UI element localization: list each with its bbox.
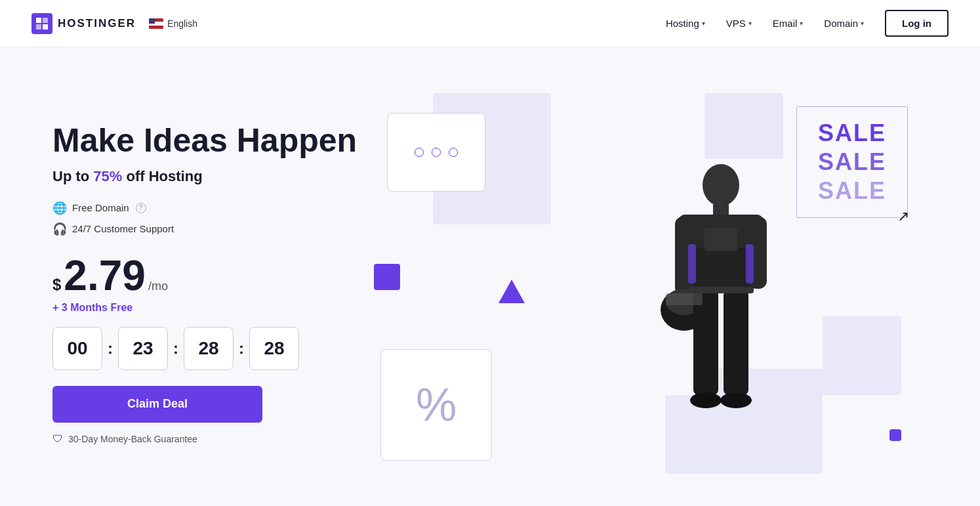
hero-illustration: % SALE SALE SALE ↗ xyxy=(367,93,928,474)
shield-icon: 🛡 xyxy=(52,433,63,445)
price-period: /mo xyxy=(148,280,168,293)
dot-3 xyxy=(449,148,458,157)
svg-rect-2 xyxy=(36,24,41,30)
bg-square-4 xyxy=(823,316,901,395)
nav-vps[interactable]: VPS ▾ xyxy=(726,18,752,29)
headset-icon: 🎧 xyxy=(52,222,67,236)
globe-icon: 🌐 xyxy=(52,201,67,215)
countdown-centiseconds: 28 xyxy=(249,327,299,370)
main-content: Make Ideas Happen Up to 75% off Hosting … xyxy=(0,47,980,506)
countdown-sep-1: : xyxy=(102,339,118,358)
cursor-icon: ↗ xyxy=(897,208,909,225)
chevron-down-icon: ▾ xyxy=(702,20,705,27)
svg-rect-17 xyxy=(746,244,754,284)
svg-rect-0 xyxy=(36,18,41,23)
card-percent: % xyxy=(380,349,492,461)
hero-person xyxy=(629,146,813,474)
nav-email-label: Email xyxy=(773,18,798,29)
dot-1 xyxy=(415,148,424,157)
countdown-hours: 00 xyxy=(52,327,102,370)
countdown-timer: 00 : 23 : 28 : 28 xyxy=(52,327,367,370)
chevron-down-icon: ▾ xyxy=(800,20,803,27)
countdown-minutes: 23 xyxy=(118,327,168,370)
svg-rect-16 xyxy=(688,244,696,284)
svg-rect-19 xyxy=(704,228,737,251)
dot-2 xyxy=(432,148,441,157)
guarantee-label: 🛡 30-Day Money-Back Guarantee xyxy=(52,433,367,445)
svg-rect-13 xyxy=(724,290,748,395)
logo-icon xyxy=(31,13,52,34)
claim-deal-button[interactable]: Claim Deal xyxy=(52,386,262,423)
svg-rect-18 xyxy=(666,293,703,305)
navbar-left: HOSTINGER English xyxy=(31,13,197,34)
purple-square-1 xyxy=(374,264,400,290)
logo[interactable]: HOSTINGER xyxy=(31,13,136,34)
navbar: HOSTINGER English Hosting ▾ VPS ▾ Email … xyxy=(0,0,980,47)
nav-vps-label: VPS xyxy=(726,18,746,29)
svg-rect-12 xyxy=(693,290,718,395)
feature-support-label: 24/7 Customer Support xyxy=(72,223,174,234)
language-selector[interactable]: English xyxy=(149,18,197,29)
feature-support: 🎧 24/7 Customer Support xyxy=(52,222,367,236)
nav-email[interactable]: Email ▾ xyxy=(773,18,804,29)
hero-headline: Make Ideas Happen xyxy=(52,122,367,160)
logo-text: HOSTINGER xyxy=(58,17,136,30)
triangle-shape xyxy=(499,280,525,303)
svg-rect-20 xyxy=(688,287,754,293)
nav-hosting-label: Hosting xyxy=(666,18,699,29)
purple-square-2 xyxy=(889,429,901,441)
feature-domain: 🌐 Free Domain ? xyxy=(52,201,367,215)
nav-hosting[interactable]: Hosting ▾ xyxy=(666,18,705,29)
nav-domain[interactable]: Domain ▾ xyxy=(824,18,864,29)
svg-point-15 xyxy=(720,392,752,408)
flag-icon xyxy=(149,18,163,29)
sale-line-1: SALE xyxy=(818,119,886,147)
hero-left: Make Ideas Happen Up to 75% off Hosting … xyxy=(52,122,367,445)
sale-line-2: SALE xyxy=(818,148,886,176)
subheadline-suffix: off Hosting xyxy=(122,168,202,184)
card-sale: SALE SALE SALE xyxy=(796,106,908,218)
sale-line-3: SALE xyxy=(818,177,886,205)
chevron-down-icon: ▾ xyxy=(861,20,864,27)
countdown-sep-2: : xyxy=(168,339,184,358)
help-icon[interactable]: ? xyxy=(136,203,146,213)
chevron-down-icon: ▾ xyxy=(748,20,752,27)
features-list: 🌐 Free Domain ? 🎧 24/7 Customer Support xyxy=(52,201,367,236)
free-months-label: + 3 Months Free xyxy=(52,302,367,314)
price-value: 2.79 xyxy=(64,255,146,297)
login-button[interactable]: Log in xyxy=(885,10,949,37)
navbar-right: Hosting ▾ VPS ▾ Email ▾ Domain ▾ Log in xyxy=(666,10,949,37)
discount-highlight: 75% xyxy=(93,168,122,184)
subheadline-prefix: Up to xyxy=(52,168,93,184)
hero-subheadline: Up to 75% off Hosting xyxy=(52,168,367,185)
svg-rect-1 xyxy=(43,18,48,23)
price-display: $ 2.79 /mo xyxy=(52,255,367,297)
guarantee-text: 30-Day Money-Back Guarantee xyxy=(68,434,197,444)
card-dots xyxy=(387,113,485,192)
feature-domain-label: Free Domain xyxy=(72,202,129,213)
svg-point-14 xyxy=(690,392,722,408)
price-dollar: $ xyxy=(52,276,61,294)
countdown-seconds: 28 xyxy=(184,327,234,370)
nav-domain-label: Domain xyxy=(824,18,858,29)
language-label: English xyxy=(167,18,197,29)
svg-point-4 xyxy=(703,164,739,206)
percent-symbol: % xyxy=(416,382,457,428)
countdown-sep-3: : xyxy=(234,339,249,358)
svg-rect-3 xyxy=(43,24,48,30)
